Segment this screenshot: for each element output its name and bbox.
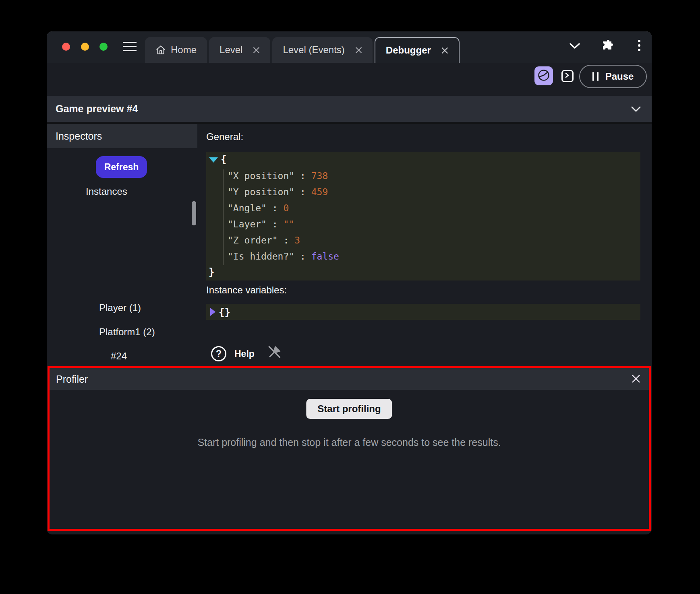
close-brace: } — [209, 266, 214, 278]
game-preview-title: Game preview #4 — [56, 103, 138, 115]
general-json-view: { "X position" : 738 "Y position" : 459 … — [206, 152, 640, 280]
traffic-light-zoom-icon[interactable] — [99, 43, 108, 51]
tree-item-instance-24[interactable]: #24 — [111, 351, 127, 362]
chevron-down-icon[interactable] — [569, 42, 581, 50]
home-icon — [155, 45, 166, 55]
debugger-toolbar: Pause — [47, 63, 652, 96]
extensions-puzzle-icon[interactable] — [602, 39, 615, 52]
tab-label: Level (Events) — [283, 44, 344, 56]
pause-button[interactable]: Pause — [579, 65, 647, 88]
inspectors-header: Inspectors — [47, 124, 197, 148]
tab-level[interactable]: Level — [209, 37, 270, 63]
tab-home[interactable]: Home — [145, 37, 207, 63]
instance-variables-view: {} — [206, 304, 640, 320]
json-row-layer: "Layer" : "" — [228, 216, 294, 232]
indent-guide — [223, 169, 224, 265]
tab-label: Home — [171, 44, 197, 56]
close-icon[interactable] — [355, 47, 362, 54]
traffic-light-close-icon[interactable] — [62, 43, 70, 51]
tree-item-player[interactable]: Player (1) — [99, 302, 141, 314]
expand-triangle-icon[interactable] — [210, 307, 216, 318]
json-row-angle: "Angle" : 0 — [228, 200, 289, 216]
refresh-button[interactable]: Refresh — [96, 156, 147, 178]
inspector-detail-panel: General: { "X position" : 738 "Y positio… — [197, 124, 652, 366]
profiler-header: Profiler — [50, 368, 649, 390]
open-brace: { — [221, 154, 226, 165]
profiler-toggle-button[interactable] — [534, 66, 553, 85]
traffic-light-minimize-icon[interactable] — [81, 43, 89, 51]
tab-level-events[interactable]: Level (Events) — [272, 37, 372, 63]
general-section-label: General: — [206, 131, 243, 142]
chevron-down-icon — [631, 106, 641, 112]
inspectors-sidebar: Inspectors Refresh Instances Player (1) … — [47, 124, 197, 366]
tab-label: Level — [220, 44, 242, 56]
close-icon[interactable] — [253, 47, 260, 54]
collapse-triangle-icon[interactable] — [209, 157, 218, 165]
titlebar: Home Level Level (Events) Debugger — [47, 31, 652, 63]
help-circle-icon: ? — [211, 346, 226, 361]
app-window: Home Level Level (Events) Debugger — [47, 31, 652, 534]
tab-bar: Home Level Level (Events) Debugger — [145, 37, 460, 63]
help-label: Help — [234, 349, 255, 359]
sidebar-scrollbar-thumb[interactable] — [192, 201, 196, 225]
json-row-x-position: "X position" : 738 — [228, 168, 328, 184]
game-preview-selector[interactable]: Game preview #4 — [47, 96, 652, 122]
json-row-z-order: "Z order" : 3 — [228, 232, 300, 248]
close-icon[interactable] — [441, 47, 448, 54]
json-row-is-hidden: "Is hidden?" : false — [228, 248, 339, 264]
profiler-gauge-icon — [537, 68, 551, 84]
pause-label: Pause — [605, 71, 634, 82]
debugger-content: Inspectors Refresh Instances Player (1) … — [47, 124, 652, 366]
kebab-menu-icon[interactable] — [635, 39, 644, 52]
instance-variables-label: Instance variables: — [206, 285, 287, 296]
close-icon[interactable] — [631, 374, 641, 384]
help-button[interactable]: ? Help — [211, 346, 255, 361]
console-icon — [565, 72, 570, 80]
tab-label: Debugger — [386, 45, 431, 56]
console-button[interactable] — [561, 70, 574, 82]
profiler-title: Profiler — [56, 373, 88, 385]
menu-icon[interactable] — [123, 42, 137, 52]
json-row-y-position: "Y position" : 459 — [228, 184, 328, 200]
profiler-hint-text: Start profiling and then stop it after a… — [50, 437, 649, 448]
profiler-panel: Profiler Start profiling Start profiling… — [48, 366, 651, 531]
tree-root-instances[interactable]: Instances — [86, 186, 127, 197]
pin-off-icon[interactable] — [267, 344, 282, 361]
tree-item-platform1[interactable]: Platform1 (2) — [99, 326, 155, 338]
start-profiling-button[interactable]: Start profiling — [306, 399, 392, 419]
instance-variables-value: {} — [219, 304, 230, 320]
tab-debugger[interactable]: Debugger — [375, 37, 460, 63]
inspectors-title: Inspectors — [56, 130, 102, 142]
pause-icon — [592, 72, 599, 81]
